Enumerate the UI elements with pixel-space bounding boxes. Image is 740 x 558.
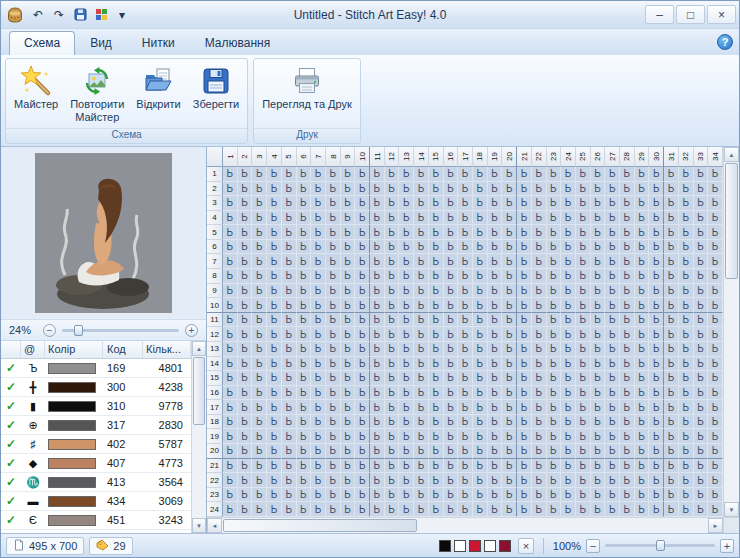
grid-cell[interactable]: Ь [326,357,341,372]
grid-cell[interactable]: Ь [267,342,282,357]
grid-cell[interactable]: Ь [620,313,635,328]
grid-cell[interactable]: Ь [679,400,694,415]
grid-cell[interactable]: Ь [385,488,400,503]
grid-cell[interactable]: Ь [444,488,459,503]
grid-cell[interactable]: Ь [605,167,620,182]
grid-cell[interactable]: Ь [664,415,679,430]
grid-cell[interactable]: Ь [399,240,414,255]
grid-cell[interactable]: Ь [282,327,297,342]
grid-cell[interactable]: Ь [355,488,370,503]
grid-cell[interactable]: Ь [282,284,297,299]
grid-cell[interactable]: Ь [458,327,473,342]
grid-cell[interactable]: Ь [576,357,591,372]
grid-cell[interactable]: Ь [444,284,459,299]
grid-cell[interactable]: Ь [414,196,429,211]
grid-cell[interactable]: Ь [297,240,312,255]
palette-row[interactable]: ✓Є4513243 [1,511,191,530]
grid-cell[interactable]: Ь [488,284,503,299]
grid-cell[interactable]: Ь [532,240,547,255]
grid-cell[interactable]: Ь [708,240,723,255]
grid-cell[interactable]: Ь [605,400,620,415]
grid-cell[interactable]: Ь [311,284,326,299]
grid-cell[interactable]: Ь [679,488,694,503]
grid-cell[interactable]: Ь [399,342,414,357]
grid-vertical-scrollbar[interactable]: ▲ ▼ [723,147,739,517]
grid-cell[interactable]: Ь [679,327,694,342]
grid-cell[interactable]: Ь [341,371,356,386]
grid-cell[interactable]: Ь [297,342,312,357]
grid-cell[interactable]: Ь [238,415,253,430]
grid-cell[interactable]: Ь [267,225,282,240]
grid-cell[interactable]: Ь [502,211,517,226]
grid-cell[interactable]: Ь [385,298,400,313]
grid-cell[interactable]: Ь [517,473,532,488]
grid-cell[interactable]: Ь [605,298,620,313]
grid-cell[interactable]: Ь [488,371,503,386]
grid-cell[interactable]: Ь [605,502,620,517]
grid-cell[interactable]: Ь [355,473,370,488]
grid-cell[interactable]: Ь [429,400,444,415]
grid-cell[interactable]: Ь [708,429,723,444]
grid-cell[interactable]: Ь [311,488,326,503]
grid-cell[interactable]: Ь [223,313,238,328]
grid-cell[interactable]: Ь [649,459,664,474]
grid-cell[interactable]: Ь [311,459,326,474]
grid-cell[interactable]: Ь [620,327,635,342]
grid-cell[interactable]: Ь [679,459,694,474]
grid-cell[interactable]: Ь [414,342,429,357]
grid-cell[interactable]: Ь [326,502,341,517]
grid-cell[interactable]: Ь [341,313,356,328]
grid-cell[interactable]: Ь [370,313,385,328]
grid-cell[interactable]: Ь [635,327,650,342]
grid-cell[interactable]: Ь [561,488,576,503]
grid-cell[interactable]: Ь [311,240,326,255]
grid-cell[interactable]: Ь [649,284,664,299]
grid-cell[interactable]: Ь [591,182,606,197]
grid-cell[interactable]: Ь [664,400,679,415]
grid-cell[interactable]: Ь [502,313,517,328]
grid-cell[interactable]: Ь [488,400,503,415]
grid-cell[interactable]: Ь [223,357,238,372]
ribbon-button-0-1[interactable]: ПовторитиМайстер [65,61,129,128]
tab-maliuvannia[interactable]: Малювання [190,31,285,55]
grid-cell[interactable]: Ь [502,488,517,503]
grid-cell[interactable]: Ь [591,240,606,255]
grid-cell[interactable]: Ь [591,415,606,430]
grid-cell[interactable]: Ь [326,225,341,240]
grid-cell[interactable]: Ь [252,415,267,430]
grid-cell[interactable]: Ь [326,415,341,430]
grid-cell[interactable]: Ь [473,342,488,357]
grid-cell[interactable]: Ь [429,298,444,313]
grid-cell[interactable]: Ь [561,313,576,328]
grid-cell[interactable]: Ь [282,254,297,269]
grid-cell[interactable]: Ь [414,502,429,517]
grid-cell[interactable]: Ь [444,269,459,284]
grid-cell[interactable]: Ь [488,313,503,328]
grid-cell[interactable]: Ь [458,240,473,255]
grid-cell[interactable]: Ь [473,196,488,211]
grid-cell[interactable]: Ь [679,298,694,313]
grid-cell[interactable]: Ь [591,196,606,211]
grid-cell[interactable]: Ь [385,386,400,401]
grid-cell[interactable]: Ь [591,357,606,372]
grid-cell[interactable]: Ь [326,240,341,255]
grid-cell[interactable]: Ь [385,400,400,415]
grid-cell[interactable]: Ь [576,298,591,313]
grid-cell[interactable]: Ь [385,327,400,342]
grid-cell[interactable]: Ь [355,211,370,226]
grid-cell[interactable]: Ь [282,357,297,372]
grid-cell[interactable]: Ь [649,342,664,357]
grid-cell[interactable]: Ь [355,327,370,342]
grid-cell[interactable]: Ь [591,225,606,240]
grid-cell[interactable]: Ь [311,429,326,444]
grid-cell[interactable]: Ь [635,167,650,182]
grid-cell[interactable]: Ь [532,473,547,488]
grid-cell[interactable]: Ь [517,182,532,197]
grid-cell[interactable]: Ь [341,298,356,313]
grid-cell[interactable]: Ь [576,371,591,386]
grid-cell[interactable]: Ь [708,444,723,459]
grid-cell[interactable]: Ь [620,240,635,255]
grid-cell[interactable]: Ь [473,254,488,269]
grid-cell[interactable]: Ь [605,488,620,503]
grid-cell[interactable]: Ь [664,196,679,211]
